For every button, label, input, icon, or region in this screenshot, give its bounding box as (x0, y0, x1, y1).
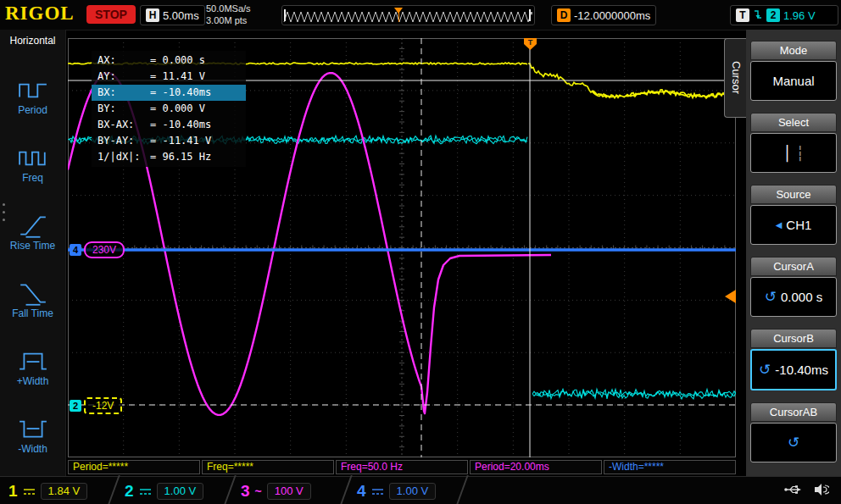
waveform-display: AX:= 0.000 s AY:= 11.41 V BX:= -10.40ms … (68, 38, 736, 457)
brand-logo: RIGOL (5, 3, 75, 25)
sidebar-item-label: Period (18, 104, 47, 116)
sidebar-item-rise-time[interactable]: Rise Time (10, 213, 55, 252)
menu-section-mode: Mode Manual (750, 41, 837, 101)
measure-bar: Period=***** Freq=***** Freq=50.0 Hz Per… (68, 460, 736, 474)
minus-width-icon (18, 416, 48, 441)
sidebar-item-freq[interactable]: Freq (18, 145, 48, 184)
cursor-a-button[interactable]: ↺ 0.000 s (750, 277, 837, 317)
channel1-number: 1 (8, 482, 18, 501)
reset-icon: ↺ (788, 434, 799, 451)
channel3-number: 3 (241, 482, 250, 501)
cursor-b-button[interactable]: ↺ -10.40ms (750, 349, 837, 390)
cursor-readout-panel: AX:= 0.000 s AY:= 11.41 V BX:= -10.40ms … (92, 51, 246, 167)
horizontal-badge: H (146, 8, 159, 22)
measure-slot-2[interactable]: Freq=***** (202, 460, 334, 474)
oscilloscope-screen: RIGOL STOP H 5.00ms 50.0MSa/s 3.00M pts … (0, 0, 841, 504)
sidebar-item-label: -Width (18, 443, 47, 455)
trigger-badge: T (736, 8, 749, 22)
sidebar-item-label: +Width (17, 375, 49, 387)
source-value: CH1 (786, 218, 811, 232)
cursor-a-glyph: │ (783, 145, 791, 162)
right-menu: Mode Manual Select │ ┆ Source ◀ CH1 Curs… (746, 30, 841, 476)
section-header: Mode (750, 41, 837, 60)
rise-time-icon (18, 213, 48, 238)
left-arrow-icon: ◀ (776, 220, 783, 230)
menu-section-select: Select │ ┆ (750, 113, 837, 173)
section-header: Source (750, 185, 837, 204)
channel4-number: 4 (357, 482, 366, 501)
section-header: CursorA (750, 257, 837, 276)
sidebar-item-fall-time[interactable]: Fall Time (12, 280, 53, 319)
timebase-value: 5.00ms (163, 9, 199, 22)
memory-depth: 3.00M pts (206, 14, 251, 26)
menu-title: Cursor (730, 61, 743, 94)
sidebar-scroll-indicator (3, 203, 5, 221)
menu-section-cursor-a: CursorA ↺ 0.000 s (750, 257, 837, 317)
menu-title-tab[interactable]: Cursor (724, 38, 748, 118)
select-button[interactable]: │ ┆ (750, 133, 837, 173)
timebase-group[interactable]: H 5.00ms (140, 5, 205, 25)
channel2-status[interactable]: 2 1.00 V (116, 477, 232, 504)
mode-button[interactable]: Manual (750, 61, 837, 101)
memory-trigger-position-marker[interactable] (398, 8, 399, 22)
cursor-row: BY-AY:= -11.41 V (92, 133, 246, 149)
channel2-number: 2 (125, 482, 134, 501)
ch2-position-label[interactable]: 2 -12V (70, 397, 122, 414)
period-icon (18, 77, 48, 102)
trigger-group[interactable]: T 2 1.96 V (730, 5, 838, 25)
channel3-status[interactable]: 3 ~ 100 V (232, 477, 348, 504)
cursor-row: AX:= 0.000 s (92, 53, 246, 69)
dc-coupling-icon (371, 486, 384, 496)
channel1-scale: 1.84 V (41, 483, 88, 500)
delay-group[interactable]: D -12.0000000ms (551, 5, 656, 25)
status-icons (783, 483, 829, 496)
trigger-source-badge: 2 (766, 8, 780, 22)
cursor-ab-button[interactable]: ↺ (750, 423, 837, 462)
measure-slot-1[interactable]: Period=***** (68, 460, 200, 474)
sidebar-item-label: Fall Time (12, 307, 53, 319)
channel3-scale: 100 V (267, 483, 311, 500)
ch4-position-label[interactable]: 4 230V (70, 241, 125, 258)
trigger-slope-icon (753, 9, 763, 21)
delay-badge: D (557, 8, 571, 22)
menu-section-source: Source ◀ CH1 (750, 185, 837, 245)
run-state-badge: STOP (86, 5, 136, 24)
measure-slot-5[interactable]: -Width=***** (604, 460, 736, 474)
sidebar-item-label: Freq (22, 172, 43, 184)
channel4-status[interactable]: 4 1.00 V (348, 477, 465, 504)
channel4-scale: 1.00 V (389, 483, 437, 500)
sidebar-item-minus-width[interactable]: -Width (18, 416, 48, 455)
sidebar-item-period[interactable]: Period (18, 77, 48, 116)
cursor-a-value: 0.000 s (781, 290, 822, 304)
acquisition-info: 50.0MSa/s 3.00M pts (206, 3, 251, 26)
channel-status-bar: 1 1.84 V 2 1.00 V 3 ~ 100 V 4 (0, 476, 841, 504)
freq-icon (18, 145, 48, 170)
trigger-level-value: 1.96 V (783, 9, 816, 22)
fall-time-icon (18, 280, 48, 306)
channel2-scale: 1.00 V (157, 483, 204, 500)
measure-slot-4[interactable]: Period=20.00ms (470, 460, 602, 474)
cursor-row: AY:= 11.41 V (92, 69, 246, 85)
cursor-row: BX-AX:= -10.40ms (92, 117, 246, 133)
measure-slot-3[interactable]: Freq=50.0 Hz (336, 460, 468, 474)
sidebar-item-label: Rise Time (10, 240, 55, 252)
ac-coupling-icon: ~ (255, 485, 262, 498)
section-header: Select (750, 113, 837, 132)
cursor-row: BY:= 0.000 V (92, 101, 246, 117)
plus-width-icon (18, 348, 48, 374)
cursor-row: 1/|dX|:= 96.15 Hz (92, 149, 246, 165)
cursor-row-selected: BX:= -10.40ms (92, 85, 246, 101)
memory-position-bar[interactable] (281, 5, 535, 25)
sample-rate: 50.0MSa/s (206, 3, 251, 14)
channel1-status[interactable]: 1 1.84 V (0, 477, 116, 504)
ch4-level-label: 230V (84, 241, 125, 258)
source-button[interactable]: ◀ CH1 (750, 205, 837, 245)
memory-waveform-icon (282, 6, 532, 25)
top-bar: RIGOL STOP H 5.00ms 50.0MSa/s 3.00M pts … (0, 0, 841, 30)
ch2-level-label: -12V (84, 397, 122, 414)
cursor-b-glyph: ┆ (796, 145, 805, 162)
reset-icon: ↺ (765, 288, 777, 306)
sidebar-item-plus-width[interactable]: +Width (17, 348, 49, 387)
dc-coupling-icon (139, 486, 152, 496)
reset-icon: ↺ (759, 361, 771, 379)
